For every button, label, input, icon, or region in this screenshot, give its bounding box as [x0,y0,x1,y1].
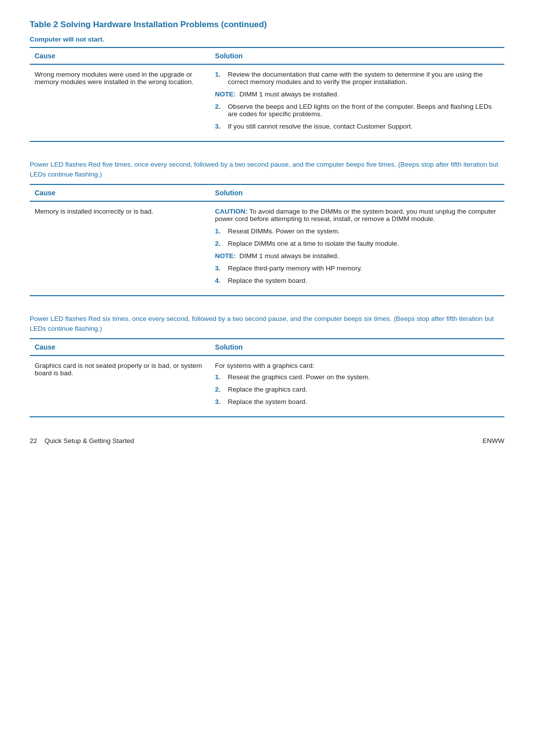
note-label: NOTE: [215,252,236,260]
item-num: 3. [215,398,226,405]
section3-solution-header: Solution [210,339,504,356]
note-text: DIMM 1 must always be installed. [239,90,339,98]
section-power-led-six: Power LED flashes Red six times, once ev… [30,314,504,417]
footer-right: ENWW [483,437,504,445]
list-item: 1. Review the documentation that came wi… [215,71,499,86]
section3-solution-intro: For systems with a graphics card: [215,362,499,369]
section2-cause-header: Cause [30,184,210,201]
footer-page-num: 22 [30,437,37,445]
section3-header: Power LED flashes Red six times, once ev… [30,314,504,333]
section2-solution-header: Solution [210,184,504,201]
item-text: Replace the system board. [228,277,308,284]
section2-caution: CAUTION: To avoid damage to the DIMMs or… [215,208,499,222]
section2-solution-list1: 1. Reseat DIMMs. Power on the system. 2.… [215,227,499,247]
page-title: Table 2 Solving Hardware Installation Pr… [30,20,504,30]
section3-cause-cell: Graphics card is not seated properly or … [30,356,210,417]
list-item: 3. Replace the system board. [215,398,499,405]
section-computer-will-not-start: Computer will not start. Cause Solution … [30,36,504,142]
section2-cause-cell: Memory is installed incorrectly or is ba… [30,201,210,296]
item-text: Observe the beeps and LED lights on the … [228,103,499,118]
list-item: 2. Replace the graphics card. [215,386,499,393]
caution-label: CAUTION: [215,208,248,215]
section3-cause-text: Graphics card is not seated properly or … [35,362,202,377]
section1-cause-cell: Wrong memory modules were used in the up… [30,64,210,141]
section1-cause-text: Wrong memory modules were used in the up… [35,71,193,86]
list-item: 3. If you still cannot resolve the issue… [215,123,499,130]
section1-cause-header: Cause [30,47,210,64]
item-num: 2. [215,103,226,110]
note-label: NOTE: [215,90,236,98]
item-num: 1. [215,373,226,381]
section2-header: Power LED flashes Red five times, once e… [30,160,504,179]
footer-left: 22 Quick Setup & Getting Started [30,437,134,445]
item-text: Reseat DIMMs. Power on the system. [228,227,340,235]
section3-cause-header: Cause [30,339,210,356]
item-num: 3. [215,123,226,130]
section3-table: Cause Solution Graphics card is not seat… [30,338,504,417]
title-main: Solving Hardware Installation Problems (… [58,20,267,29]
section3-solution-cell: For systems with a graphics card: 1. Res… [210,356,504,417]
item-text: Replace third-party memory with HP memor… [228,265,362,272]
footer: 22 Quick Setup & Getting Started ENWW [30,437,504,445]
item-num: 2. [215,240,226,247]
list-item: 1. Reseat the graphics card. Power on th… [215,373,499,381]
item-text: Replace the graphics card. [228,386,308,393]
section2-cause-text: Memory is installed incorrectly or is ba… [35,208,153,215]
section1-table: Cause Solution Wrong memory modules were… [30,47,504,142]
section2-table: Cause Solution Memory is installed incor… [30,184,504,296]
item-text: Replace DIMMs one at a time to isolate t… [228,240,399,247]
table-label: Table 2 [30,20,58,29]
item-num: 1. [215,71,226,78]
item-text: Reseat the graphics card. Power on the s… [228,373,370,381]
list-item: 3. Replace third-party memory with HP me… [215,265,499,272]
item-num: 4. [215,277,226,284]
section1-solution-list2: 2. Observe the beeps and LED lights on t… [215,103,499,130]
section3-solution-list: 1. Reseat the graphics card. Power on th… [215,373,499,405]
section1-note: NOTE: DIMM 1 must always be installed. [215,90,499,98]
section-power-led-five: Power LED flashes Red five times, once e… [30,160,504,296]
list-item: 2. Replace DIMMs one at a time to isolat… [215,240,499,247]
section2-solution-list2: 3. Replace third-party memory with HP me… [215,265,499,284]
section1-solution-list1: 1. Review the documentation that came wi… [215,71,499,86]
item-text: Review the documentation that came with … [228,71,499,86]
item-num: 1. [215,227,226,235]
note-text: DIMM 1 must always be installed. [239,252,339,260]
section2-note: NOTE: DIMM 1 must always be installed. [215,252,499,260]
list-item: 1. Reseat DIMMs. Power on the system. [215,227,499,235]
section1-solution-header: Solution [210,47,504,64]
table-row: Memory is installed incorrectly or is ba… [30,201,504,296]
footer-left-text: Quick Setup & Getting Started [44,437,134,445]
section1-subheader: Computer will not start. [30,36,504,43]
item-num: 3. [215,265,226,272]
caution-text: To avoid damage to the DIMMs or the syst… [215,208,496,222]
section1-solution-cell: 1. Review the documentation that came wi… [210,64,504,141]
item-text: If you still cannot resolve the issue, c… [228,123,413,130]
list-item: 4. Replace the system board. [215,277,499,284]
item-num: 2. [215,386,226,393]
list-item: 2. Observe the beeps and LED lights on t… [215,103,499,118]
table-row: Wrong memory modules were used in the up… [30,64,504,141]
section2-solution-cell: CAUTION: To avoid damage to the DIMMs or… [210,201,504,296]
item-text: Replace the system board. [228,398,308,405]
table-row: Graphics card is not seated properly or … [30,356,504,417]
